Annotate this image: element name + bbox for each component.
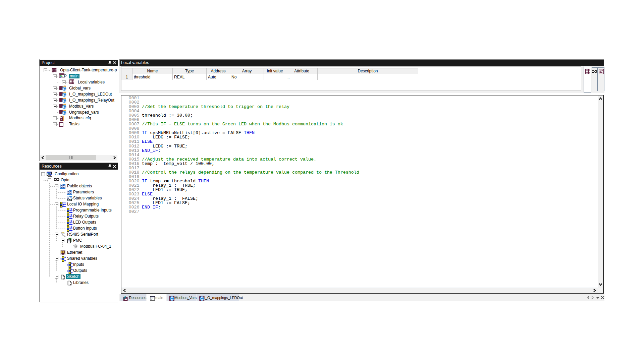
svg-text:G: G (63, 105, 66, 109)
svg-text:G: G (63, 99, 66, 103)
svg-text:G: G (200, 297, 203, 301)
svg-text:G: G (63, 111, 66, 115)
svg-text:G: G (63, 87, 66, 91)
svg-text:G: G (170, 297, 173, 301)
svg-text:G: G (63, 93, 66, 97)
